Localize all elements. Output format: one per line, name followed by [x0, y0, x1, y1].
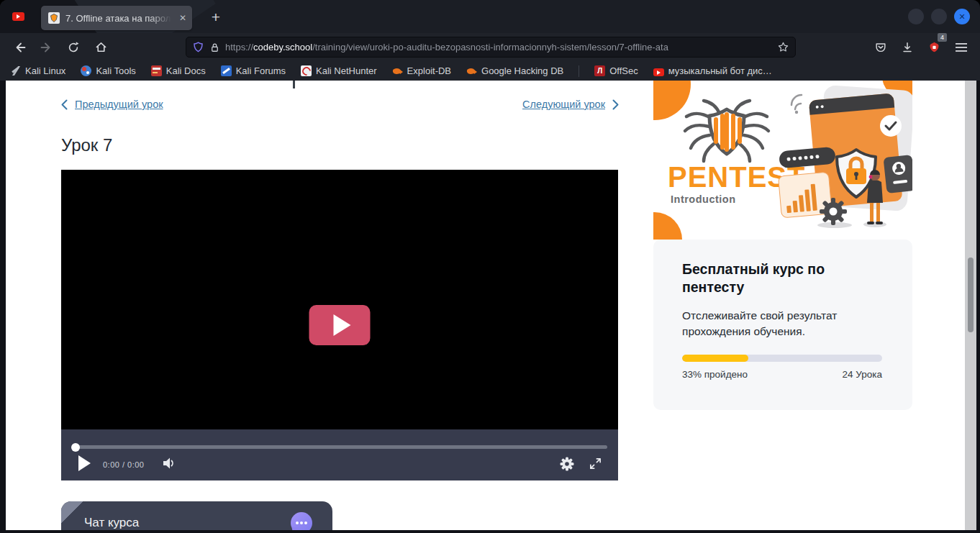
bookmark-star-icon[interactable]	[777, 41, 789, 53]
id-badge-icon	[883, 155, 912, 193]
big-play-button[interactable]	[309, 305, 371, 345]
bookmarks-bar: Kali Linux Kali Tools Kali Docs Kali For…	[0, 61, 980, 81]
pinned-tab-youtube[interactable]	[7, 9, 29, 24]
orange-corner-decoration	[653, 81, 691, 120]
youtube-icon	[12, 12, 24, 21]
brand-subtitle: Introduction	[671, 193, 736, 205]
video-controls: 0:00 / 0:00	[61, 429, 618, 480]
tab-title: 7. Offline атака на пароли	[65, 13, 173, 24]
bookmark-label: Kali NetHunter	[316, 65, 377, 76]
extension-icon[interactable]: 4	[922, 37, 945, 58]
bookmark-label: Kali Tools	[96, 65, 135, 76]
course-banner: PENTEST Introduction	[653, 81, 912, 240]
previous-lesson-link[interactable]: Предыдущий урок	[61, 99, 163, 110]
lessons-count-label: 24 Урока	[843, 369, 882, 380]
chevron-left-icon	[61, 99, 68, 110]
volume-icon[interactable]	[162, 456, 176, 473]
course-progress-card: Бесплатный курс по пентесту Отслеживайте…	[653, 240, 912, 410]
bookmark-label: Kali Linux	[25, 65, 65, 76]
bookmark-item[interactable]: OffSec	[594, 65, 638, 76]
bookmark-item[interactable]: музыкальный бот дис…	[653, 65, 772, 76]
chat-bubble-icon[interactable]	[291, 512, 312, 530]
browser-window: 7. Offline атака на пароли ✕ + ✕	[0, 0, 980, 533]
tracking-protection-shield-icon[interactable]	[192, 41, 204, 53]
bookmark-item[interactable]: Kali Docs	[151, 65, 206, 76]
tab-active[interactable]: 7. Offline атака на пароли ✕	[41, 6, 192, 30]
kali-dragon-icon	[10, 65, 21, 76]
kali-tools-icon	[81, 65, 91, 76]
course-progress-fill	[682, 355, 748, 362]
home-button[interactable]	[89, 37, 112, 58]
course-progress-bar	[682, 355, 882, 362]
youtube-icon	[653, 68, 664, 76]
course-chat-widget[interactable]: Чат курса	[61, 501, 332, 530]
offsec-icon	[594, 65, 605, 76]
bookmark-label: Kali Docs	[166, 65, 206, 76]
google-hacking-db-icon	[466, 65, 477, 76]
url-text: https://codeby.school/training/view/urok…	[225, 42, 772, 53]
bookmark-label: Google Hacking DB	[481, 65, 563, 76]
navigation-toolbar: https://codeby.school/training/view/urok…	[0, 33, 980, 61]
new-tab-button[interactable]: +	[206, 8, 226, 27]
course-card-title: Бесплатный курс по пентесту	[682, 260, 876, 297]
check-circle-icon	[880, 115, 902, 137]
bookmarks-bar-items: Kali Linux Kali Tools Kali Docs Kali For…	[10, 65, 772, 77]
bookmark-item[interactable]: Exploit-DB	[392, 65, 451, 76]
fullscreen-icon[interactable]	[589, 457, 602, 473]
bookmark-item[interactable]: Kali Tools	[81, 65, 135, 76]
chevron-right-icon	[612, 99, 619, 110]
scrolled-text-remnant	[293, 81, 295, 88]
wifi-icon	[791, 95, 802, 109]
bookmark-label: музыкальный бот дис…	[668, 65, 772, 76]
gear-icon	[820, 198, 847, 225]
chat-title: Чат курса	[84, 516, 139, 530]
previous-lesson-label[interactable]: Предыдущий урок	[75, 99, 163, 110]
kali-nethunter-icon	[301, 65, 312, 76]
page-content: Предыдущий урок Следующий урок Урок 7 0:…	[6, 81, 965, 530]
bookmarks-separator	[579, 65, 579, 77]
bookmark-item[interactable]: Kali NetHunter	[301, 65, 377, 76]
downloads-icon[interactable]	[896, 37, 919, 58]
kali-docs-icon	[151, 65, 162, 76]
play-icon[interactable]	[78, 455, 91, 471]
bookmark-item[interactable]: Kali Forums	[221, 65, 286, 76]
lesson-title: Урок 7	[61, 135, 112, 155]
window-close-button[interactable]: ✕	[954, 9, 970, 24]
forward-button[interactable]	[35, 37, 58, 58]
next-lesson-link[interactable]: Следующий урок	[522, 99, 619, 110]
video-seek-bar[interactable]	[72, 445, 607, 449]
extension-badge: 4	[938, 33, 947, 42]
pocket-icon[interactable]	[869, 37, 892, 58]
bookmark-item[interactable]: Kali Linux	[10, 65, 65, 76]
exploit-db-icon	[392, 65, 403, 76]
menu-hamburger-icon[interactable]	[950, 37, 973, 58]
bookmark-label: Exploit-DB	[407, 65, 451, 76]
window-maximize-button[interactable]	[931, 9, 947, 24]
window-titlebar: 7. Offline атака на пароли ✕ + ✕	[0, 0, 980, 33]
video-player[interactable]: 0:00 / 0:00	[61, 170, 618, 480]
course-card-description: Отслеживайте свой результат прохождения …	[682, 308, 862, 340]
bookmark-label: Kali Forums	[236, 65, 286, 76]
lesson-navigation: Предыдущий урок Следующий урок	[61, 99, 619, 110]
tab-close-icon[interactable]: ✕	[179, 14, 186, 22]
next-lesson-label[interactable]: Следующий урок	[522, 99, 605, 110]
video-time: 0:00 / 0:00	[103, 460, 145, 469]
progress-percent-label: 33% пройдено	[682, 369, 748, 380]
url-bar[interactable]: https://codeby.school/training/view/urok…	[186, 37, 796, 58]
bookmark-item[interactable]: Google Hacking DB	[466, 65, 563, 76]
chat-dots	[296, 521, 299, 524]
bookmark-label: OffSec	[609, 65, 638, 76]
lock-icon	[209, 42, 220, 53]
reload-button[interactable]	[62, 37, 85, 58]
settings-gear-icon[interactable]	[560, 457, 574, 474]
window-minimize-button[interactable]	[908, 9, 924, 24]
back-button[interactable]	[9, 37, 32, 58]
seek-handle[interactable]	[71, 443, 80, 452]
window-controls: ✕	[908, 9, 970, 24]
codeby-favicon	[48, 12, 60, 24]
page-scrollbar-thumb[interactable]	[968, 258, 974, 332]
security-illustration	[779, 85, 912, 228]
kali-forums-icon	[221, 65, 232, 76]
